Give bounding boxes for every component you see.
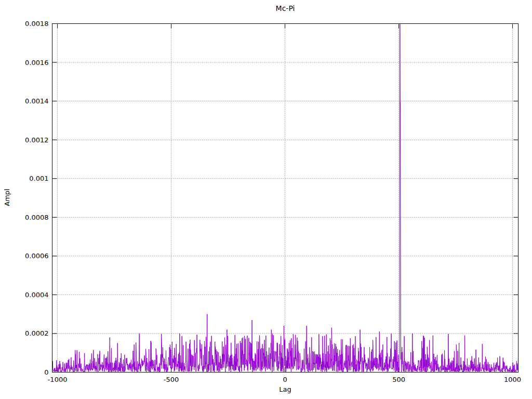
x-tick-label: 0	[283, 376, 287, 383]
y-tick-label: 0.0006	[25, 252, 49, 260]
y-tick-label: 0.0004	[25, 291, 49, 299]
plot-area: 00.00020.00040.00060.00080.0010.00120.00…	[0, 0, 532, 399]
x-tick-label: -500	[164, 376, 179, 383]
y-tick-label: 0.0012	[25, 136, 49, 144]
y-tick-label: 0.0008	[25, 214, 49, 221]
x-tick-label: 500	[392, 376, 405, 383]
chart-figure: Mc-Pi Ampl Lag 00.00020.00040.00060.0008…	[0, 0, 532, 399]
x-tick-label: -1000	[48, 376, 68, 383]
y-tick-label: 0.001	[29, 175, 48, 182]
y-tick-label: 0.0002	[25, 329, 49, 337]
y-tick-label: 0.0018	[25, 20, 49, 28]
y-tick-label: 0.0016	[25, 59, 49, 66]
x-tick-label: 1000	[504, 376, 521, 383]
y-tick-label: 0.0014	[25, 97, 49, 105]
